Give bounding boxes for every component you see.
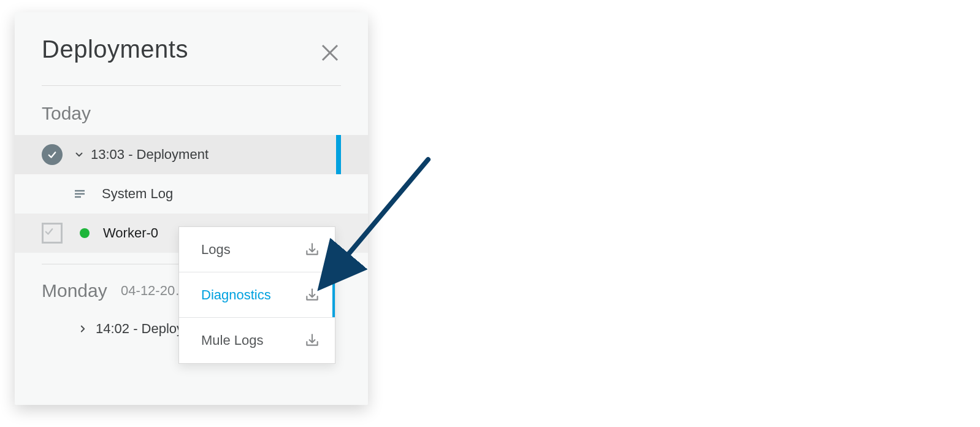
menu-item-diagnostics[interactable]: Diagnostics	[179, 272, 335, 318]
system-log-row[interactable]: System Log	[15, 174, 368, 214]
section-label-today: Today	[42, 103, 341, 124]
close-button[interactable]	[319, 42, 341, 64]
section-day: Monday	[42, 280, 107, 301]
download-icon	[304, 333, 320, 348]
log-lines-icon	[72, 187, 91, 201]
deployment-title: 13:03 - Deployment	[91, 147, 209, 163]
menu-item-label: Logs	[201, 242, 231, 258]
menu-item-label: Mule Logs	[201, 333, 264, 348]
status-dot-icon	[80, 228, 90, 238]
deployment-row-today[interactable]: 13:03 - Deployment	[15, 135, 368, 174]
menu-item-label: Diagnostics	[201, 287, 271, 303]
divider	[42, 85, 341, 86]
menu-item-mule-logs[interactable]: Mule Logs	[179, 318, 335, 363]
status-pending-icon	[42, 223, 63, 244]
download-menu: Logs Diagnostics Mule Logs	[178, 226, 335, 364]
chevron-right-icon	[77, 323, 88, 334]
panel-title: Deployments	[42, 36, 341, 63]
system-log-label: System Log	[102, 186, 173, 202]
menu-item-logs[interactable]: Logs	[179, 227, 335, 272]
chevron-down-icon	[74, 149, 85, 160]
status-success-icon	[42, 144, 63, 165]
download-icon	[304, 242, 320, 258]
worker-label: Worker-0	[103, 225, 158, 241]
download-icon	[304, 287, 320, 303]
close-icon	[319, 42, 341, 64]
